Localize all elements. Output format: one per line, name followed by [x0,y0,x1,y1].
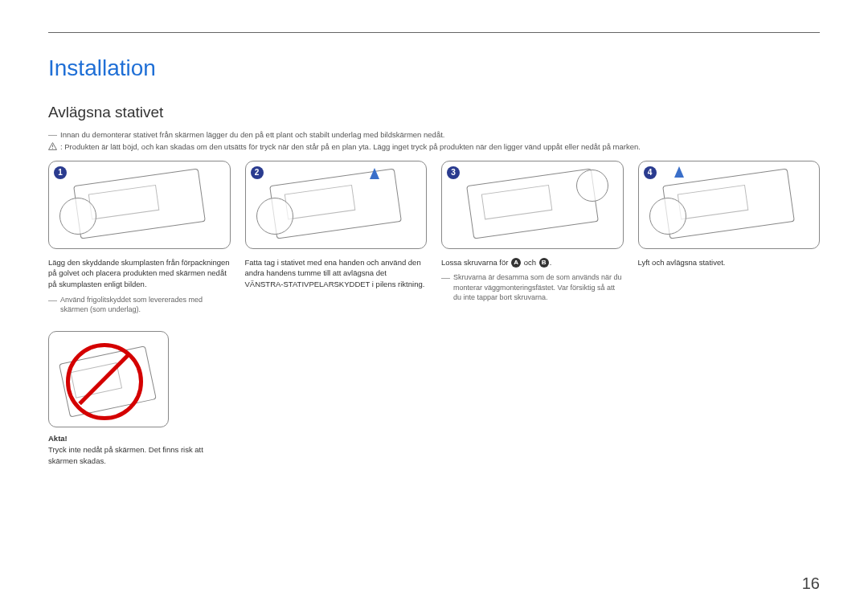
zoom-circle-icon [649,198,686,235]
step-2-badge: 2 [251,166,264,179]
step-3-text: Lossa skruvarna för A och B. [441,257,624,268]
zoom-circle-icon [256,198,293,235]
step-2-figure: 2 [245,161,428,249]
prohibition-icon [66,343,143,420]
zoom-circle-icon [576,170,608,202]
intro-warning-text: : Produkten är lätt böjd, och kan skadas… [60,141,641,153]
arrow-up-icon [370,168,379,179]
caution-figure [48,331,169,427]
note-dash-icon: ― [48,296,57,304]
step-4-badge: 4 [644,166,657,179]
step-3-badge: 3 [447,166,460,179]
intro-block: ― Innan du demonterar stativet från skär… [48,129,820,153]
step-1-text: Lägg den skyddande skumplasten från förp… [48,257,231,290]
label-b-icon: B [539,258,549,268]
section-subtitle: Avlägsna stativet [48,104,820,121]
caution-text: Tryck inte nedåt på skärmen. Det finns r… [48,444,225,467]
caution-label: Akta! [48,434,225,443]
steps-row: 1 Lägg den skyddande skumplasten från fö… [48,161,820,315]
step-1: 1 Lägg den skyddande skumplasten från fö… [48,161,231,315]
arrow-up-icon [674,166,684,178]
step-2: 2 Fatta tag i stativet med ena handen oc… [245,161,428,315]
step-4-text: Lyft och avlägsna stativet. [638,257,821,268]
note-dash-icon: ― [441,273,450,282]
step-2-text: Fatta tag i stativet med ena handen och … [245,257,428,290]
top-divider [48,32,820,33]
intro-note-text: Innan du demonterar stativet från skärme… [60,129,444,141]
step-1-badge: 1 [54,166,67,179]
step-4: 4 Lyft och avlägsna stativet. [638,161,821,315]
svg-point-2 [52,148,53,149]
label-a-icon: A [511,258,521,268]
step-1-note: Använd frigolitskyddet som levererades m… [60,295,231,315]
step-4-figure: 4 [638,161,821,249]
note-dash-icon: ― [48,130,57,139]
step-3-note: Skruvarna är desamma som de som används … [453,272,624,303]
step-1-figure: 1 [48,161,231,249]
caution-block: Akta! Tryck inte nedåt på skärmen. Det f… [48,331,225,467]
step-3-figure: 3 [441,161,624,249]
page-number: 16 [802,574,820,593]
step-3: 3 Lossa skruvarna för A och B. ― Skruvar… [441,161,624,315]
warning-triangle-icon [48,142,57,150]
page-title: Installation [48,55,820,81]
